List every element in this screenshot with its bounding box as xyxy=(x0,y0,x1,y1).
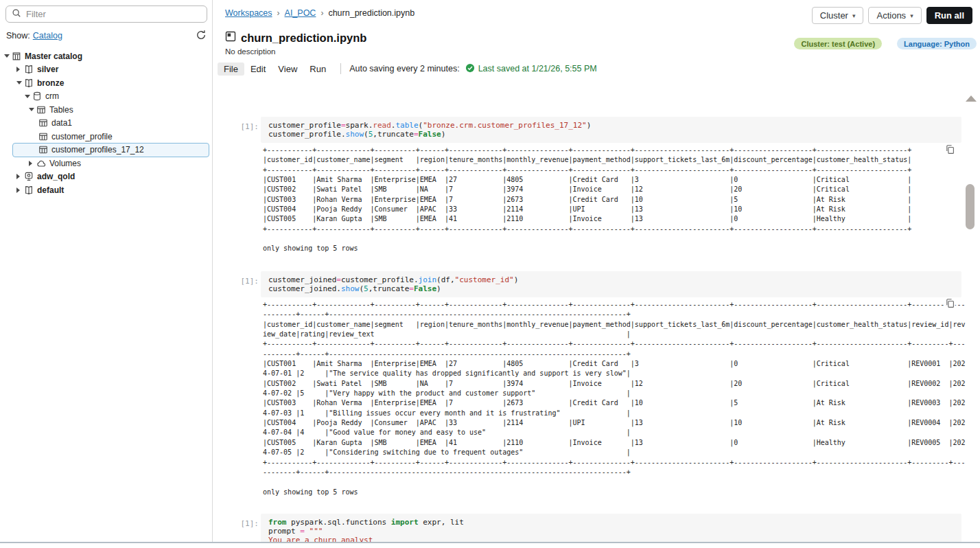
catalog-icon xyxy=(12,51,22,61)
volume-icon xyxy=(36,158,47,168)
show-row: Show: Catalog xyxy=(6,30,207,42)
vertical-scrollbar[interactable] xyxy=(966,184,975,229)
cell-output: +-----------+-------------+----------+--… xyxy=(263,300,966,497)
schema-icon xyxy=(24,65,34,75)
app-window: Show: Catalog Master catalogsilverbronze… xyxy=(0,0,980,548)
table-icon xyxy=(38,118,49,128)
database-icon xyxy=(32,91,43,102)
sidebar-item-default[interactable]: default xyxy=(0,183,211,197)
sidebar-item-customer-profiles-17-12[interactable]: customer_profiles_17_12 xyxy=(0,144,211,157)
table-icon xyxy=(38,131,49,141)
catalog-link[interactable]: Catalog xyxy=(33,31,62,41)
sidebar-item-label: silver xyxy=(37,65,58,74)
sidebar-item-label: bronze xyxy=(37,78,64,88)
sidebar-item-data1[interactable]: data1 xyxy=(0,117,211,130)
catalog-tree: Master catalogsilverbronzecrmTablesdata1… xyxy=(0,49,211,542)
sidebar-item-label: Tables xyxy=(49,105,73,115)
sidebar-item-bronze[interactable]: bronze xyxy=(0,76,211,90)
filter-box[interactable] xyxy=(5,5,207,23)
sidebar-item-customer-profile[interactable]: customer_profile xyxy=(0,130,211,144)
caret-down-icon[interactable] xyxy=(29,108,36,111)
schema-icon xyxy=(24,78,34,88)
copy-output-icon[interactable] xyxy=(945,298,955,308)
copy-output-icon[interactable] xyxy=(945,144,955,155)
caret-right-icon[interactable] xyxy=(16,174,24,179)
caret-down-icon[interactable] xyxy=(16,81,24,84)
sidebar-item-label: Volumes xyxy=(49,159,81,168)
code-editor[interactable]: customer_joined=customer_profile.join(df… xyxy=(261,271,961,297)
caret-right-icon[interactable] xyxy=(16,67,24,72)
scroll-up-arrow-icon[interactable] xyxy=(966,95,977,102)
sidebar-item-label: default xyxy=(37,185,64,195)
sidebar-item-label: customer_profiles_17_12 xyxy=(51,145,144,155)
code-editor[interactable]: customer_profile=spark.read.table("bronz… xyxy=(261,117,961,143)
cell-execution-label: [1]: xyxy=(230,122,259,131)
caret-down-icon[interactable] xyxy=(4,54,12,58)
table-icon xyxy=(36,104,47,115)
sidebar-item-crm[interactable]: crm xyxy=(0,90,211,104)
sidebar-item-label: data1 xyxy=(51,118,72,128)
sidebar-item-label: crm xyxy=(45,91,59,101)
notebook-cells: [1]:customer_profile=spark.read.table("b… xyxy=(213,0,980,542)
search-icon xyxy=(12,8,21,21)
caret-right-icon[interactable] xyxy=(29,161,36,166)
cell-execution-label: [1]: xyxy=(230,519,259,528)
show-label: Show: xyxy=(6,31,30,41)
sidebar-item-label: adw_qold xyxy=(37,172,75,181)
code-editor[interactable]: from pyspark.sql.functions import expr, … xyxy=(261,514,961,542)
schema-icon xyxy=(24,185,34,195)
notebook-content: Workspaces › AI_POC › churn_prediction.i… xyxy=(213,0,980,542)
sidebar-item-label: customer_profile xyxy=(51,132,113,141)
sidebar-item-label: Master catalog xyxy=(25,52,82,61)
sidebar-item-master-catalog[interactable]: Master catalog xyxy=(0,49,211,63)
caret-right-icon[interactable] xyxy=(16,187,24,193)
caret-down-icon[interactable] xyxy=(25,95,32,98)
sidebar-item-volumes[interactable]: Volumes xyxy=(0,157,211,170)
refresh-icon[interactable] xyxy=(196,30,207,41)
filter-input[interactable] xyxy=(26,9,201,19)
cell-output: +-----------+-------------+----------+--… xyxy=(263,146,911,254)
bottom-divider xyxy=(0,542,980,543)
model-icon xyxy=(24,172,34,182)
catalog-sidebar: Show: Catalog Master catalogsilverbronze… xyxy=(0,0,213,542)
sidebar-item-silver[interactable]: silver xyxy=(0,63,211,77)
sidebar-item-tables[interactable]: Tables xyxy=(0,103,211,117)
table-icon xyxy=(38,145,49,155)
sidebar-item-adw-qold[interactable]: adw_qold xyxy=(0,170,211,184)
cell-execution-label: [1]: xyxy=(230,277,259,286)
